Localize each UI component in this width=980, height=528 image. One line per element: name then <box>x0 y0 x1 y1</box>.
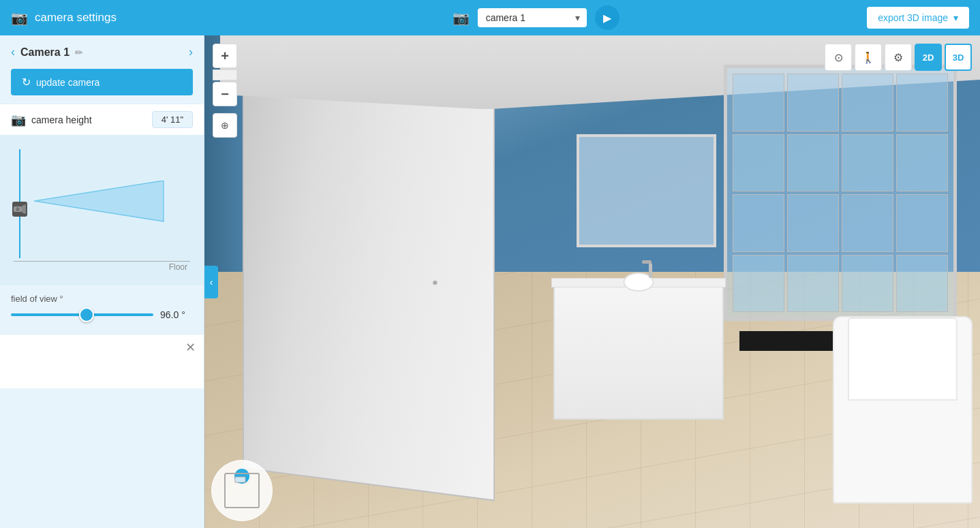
prev-camera-button[interactable]: ‹ <box>11 45 15 59</box>
crosshair-icon: ⊕ <box>221 120 229 131</box>
settings-view-button[interactable]: ⚙ <box>885 44 912 71</box>
svg-marker-3 <box>34 181 164 221</box>
window-pane <box>787 74 839 131</box>
camera-height-icon: 📷 <box>11 112 26 127</box>
scene-window <box>724 65 956 321</box>
scene-faucet-top <box>642 260 652 264</box>
window-pane <box>733 74 784 131</box>
fov-section: field of view ° 96.0 ° <box>0 285 204 328</box>
window-pane <box>733 194 784 251</box>
app-title: camera settings <box>35 11 117 25</box>
window-pane <box>896 134 948 191</box>
window-pane <box>896 74 948 131</box>
fov-slider[interactable] <box>11 313 153 316</box>
minimap-room <box>218 467 266 514</box>
fov-triangle <box>27 181 177 249</box>
camera-height-label: camera height <box>31 114 92 125</box>
minimap[interactable] <box>211 460 273 521</box>
floor-line <box>14 261 190 262</box>
export-label: export 3D image <box>878 12 948 23</box>
play-icon: ▶ <box>603 12 611 25</box>
chevron-right-icon: › <box>189 45 193 59</box>
window-pane <box>733 134 784 191</box>
zoom-in-button[interactable]: + <box>213 44 237 68</box>
play-button[interactable]: ▶ <box>595 5 619 30</box>
height-slider-handle[interactable] <box>12 202 27 217</box>
svg-marker-1 <box>22 204 26 214</box>
window-pane <box>896 194 948 251</box>
top-bar-center: 📷 camera 1 ▶ <box>204 5 867 30</box>
window-pane <box>733 255 784 313</box>
orbit-icon: ⊙ <box>834 51 843 64</box>
close-icon: ✕ <box>185 341 196 354</box>
orbit-view-button[interactable]: ⊙ <box>825 44 852 71</box>
2d-view-button[interactable]: 2D <box>915 44 942 71</box>
person-view-button[interactable]: 🚶 <box>855 44 882 71</box>
camera-height-left: 📷 camera height <box>11 112 92 127</box>
window-pane <box>842 194 893 251</box>
camera-name: Camera 1 <box>20 46 70 59</box>
3d-view-button[interactable]: 3D <box>945 44 972 71</box>
scene-mirror <box>577 134 716 247</box>
camera-height-value[interactable]: 4' 11" <box>152 111 193 128</box>
map-controls: + − ⊕ <box>213 44 237 138</box>
camera-title-icon: 📷 <box>11 10 28 26</box>
camera-add-icon: 📷 <box>453 10 470 26</box>
sidebar: ‹ Camera 1 ✏ › ↻ update camera 📷 camera … <box>0 35 204 528</box>
top-bar-left: 📷 camera settings <box>0 10 204 26</box>
floor-label: Floor <box>169 262 187 272</box>
scene-faucet <box>649 263 652 278</box>
fov-label: field of view ° <box>11 294 193 304</box>
edit-icon[interactable]: ✏ <box>75 47 83 58</box>
camera-select-wrapper[interactable]: camera 1 <box>478 8 587 27</box>
view-controls: ⊙ 🚶 ⚙ 2D 3D <box>825 44 972 71</box>
window-pane <box>842 74 893 131</box>
export-button[interactable]: export 3D image ▾ <box>867 7 969 29</box>
chevron-left-icon: ‹ <box>210 277 213 288</box>
window-pane <box>787 134 839 191</box>
refresh-icon: ↻ <box>22 76 31 89</box>
sidebar-header-left: ‹ Camera 1 ✏ <box>11 45 83 59</box>
zoom-separator <box>213 69 237 80</box>
update-camera-button[interactable]: ↻ update camera <box>11 69 193 95</box>
fov-value: 96.0 ° <box>160 309 193 320</box>
window-pane <box>842 255 893 313</box>
scene-sink-cabinet <box>553 282 724 420</box>
plus-icon: + <box>221 48 229 64</box>
svg-point-2 <box>16 207 20 211</box>
scene-toilet-tank <box>848 317 958 401</box>
main-3d-view[interactable]: + − ⊕ ‹ ⊙ 🚶 ⚙ 2D 3D <box>204 35 980 528</box>
scene-toilet <box>833 316 973 503</box>
top-bar: 📷 camera settings 📷 camera 1 ▶ export 3D… <box>0 0 980 35</box>
fov-slider-row: 96.0 ° <box>11 309 193 320</box>
bottom-panel: ✕ <box>0 334 204 388</box>
chevron-left-icon: ‹ <box>11 45 15 59</box>
update-camera-label: update camera <box>36 77 99 88</box>
close-panel-button[interactable]: ✕ <box>185 340 196 355</box>
window-pane <box>787 194 839 251</box>
camera-handle-icon <box>14 204 26 214</box>
3d-label: 3D <box>953 52 964 63</box>
camera-visualization: Floor <box>0 136 204 285</box>
collapse-sidebar-button[interactable]: ‹ <box>204 266 218 298</box>
zoom-out-button[interactable]: − <box>213 82 237 106</box>
2d-label: 2D <box>923 52 934 63</box>
camera-height-row: 📷 camera height 4' 11" <box>0 104 204 136</box>
minus-icon: − <box>221 87 229 102</box>
window-pane <box>896 255 948 313</box>
window-pane <box>787 255 839 313</box>
door-handle <box>433 281 438 285</box>
gear-icon: ⚙ <box>893 51 903 64</box>
center-view-button[interactable]: ⊕ <box>213 113 237 138</box>
svg-rect-8 <box>235 477 245 482</box>
top-bar-right: export 3D image ▾ <box>867 7 980 29</box>
next-camera-button[interactable]: › <box>189 45 193 59</box>
person-icon: 🚶 <box>861 51 875 64</box>
sidebar-header: ‹ Camera 1 ✏ › <box>0 35 204 69</box>
window-pane <box>842 134 893 191</box>
export-chevron-icon: ▾ <box>953 12 958 23</box>
scene-background <box>204 35 980 528</box>
camera-select[interactable]: camera 1 <box>478 8 587 27</box>
